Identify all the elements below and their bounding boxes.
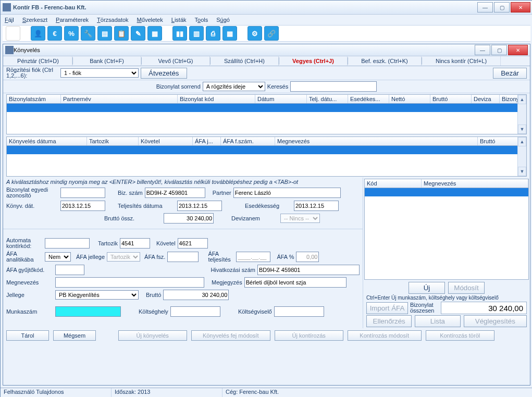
input-koltseghely[interactable] (170, 306, 220, 317)
close-button[interactable]: ✕ (511, 2, 530, 13)
megsem-button[interactable]: Mégsem (53, 330, 96, 341)
inner-minimize-button[interactable]: — (475, 45, 490, 55)
menu-sugo[interactable]: Súgó (216, 17, 230, 23)
menu-fajl[interactable]: Fájl (5, 17, 14, 23)
input-hiv[interactable] (257, 265, 360, 275)
sorrend-select[interactable]: A rögzítés ideje (203, 82, 265, 91)
col-kod[interactable]: Kód (365, 179, 422, 188)
tool-blank[interactable] (6, 26, 20, 41)
uj-button[interactable]: Új (409, 282, 445, 294)
calendar-icon[interactable]: ▥ (189, 26, 204, 41)
uj-konyveles-button[interactable]: Új könyvelés (118, 330, 187, 341)
input-koltsegviselo[interactable] (274, 306, 324, 317)
scroll-down-icon[interactable]: ▼ (518, 125, 526, 134)
input-esed[interactable] (294, 201, 339, 211)
uj-kontirozas-button[interactable]: Új kontírozás (275, 330, 343, 341)
col-kovetel[interactable]: Követel (139, 137, 193, 145)
tab-penztar[interactable]: Pénztár (Ctrl+D) (4, 56, 72, 66)
modosit-button[interactable]: Módosít (448, 282, 485, 294)
scroll-up-icon[interactable]: ▲ (518, 137, 526, 146)
atvezetes-button[interactable]: Átvezetés (141, 68, 187, 79)
col-netto[interactable]: Nettó (389, 95, 430, 103)
input-afa-gyujto[interactable] (55, 265, 84, 275)
input-afa-fsz[interactable] (167, 252, 199, 262)
select-jelleg[interactable]: PB Kiegyenlítés (55, 290, 139, 300)
grid1-selected-row[interactable] (7, 104, 526, 112)
voucher-grid[interactable]: Bizonylatszám Partnernév Bizonylat kód D… (6, 94, 527, 134)
tab-nincskontir[interactable]: Nincs kontír (Ctrl+L) (422, 56, 501, 66)
input-biz-egyedi[interactable] (60, 188, 105, 198)
col-deviza[interactable]: Deviza (472, 95, 500, 103)
bezar-button[interactable]: Bezár (493, 68, 527, 79)
booking-grid[interactable]: Könyvelés dátuma Tartozik Követel ÁFA j.… (6, 137, 527, 177)
tab-befeszk[interactable]: Bef. eszk. (Ctrl+K) (348, 56, 422, 66)
lookup-grid[interactable]: Kód Megnevezés (364, 179, 529, 280)
gear-icon[interactable]: ⚙ (248, 26, 262, 41)
menu-torzsadatok[interactable]: Törzsadatok (97, 17, 129, 23)
tab-vevo[interactable]: Vevő (Ctrl+G) (142, 56, 210, 66)
minimize-button[interactable]: — (477, 2, 493, 13)
col-afaj[interactable]: ÁFA j... (193, 137, 221, 145)
input-konyv-dat[interactable] (60, 201, 105, 211)
col-datum[interactable]: Dátum (255, 95, 307, 103)
menu-listak[interactable]: Listák (171, 17, 187, 23)
kontirozas-modosit-button[interactable]: Kontírozás módosít (348, 330, 422, 341)
input-autokontir[interactable] (45, 238, 90, 249)
grid1-scrollbar[interactable]: ▲ ▼ (517, 95, 526, 134)
menu-szerkeszt[interactable]: Szerkeszt (22, 17, 47, 23)
col-bizonylatkod[interactable]: Bizonylat kód (178, 95, 255, 103)
lista-button[interactable]: Lista (415, 315, 460, 327)
input-brutto[interactable] (164, 213, 214, 224)
fiok-select[interactable]: 1 - fiók (60, 68, 139, 78)
grid-icon[interactable]: ▦ (222, 26, 237, 41)
doc-icon[interactable]: ▤ (97, 26, 112, 41)
col-megnevezes[interactable]: Megnevezés (275, 137, 478, 145)
inner-maximize-button[interactable]: ▢ (491, 45, 507, 55)
clipboard-icon[interactable]: 📋 (114, 26, 129, 41)
input-biz-szam[interactable] (145, 188, 205, 198)
col-bizonylatszam[interactable]: Bizonylatszám (7, 95, 61, 103)
ellenorzes-button[interactable]: Ellenőrzés (366, 315, 412, 327)
bars-icon[interactable]: ▮▮ (172, 26, 187, 41)
link-icon[interactable]: 🔗 (264, 26, 279, 41)
tab-szallito[interactable]: Szállító (Ctrl+H) (211, 56, 279, 66)
input-megjegy[interactable] (244, 277, 347, 288)
input-telj[interactable] (177, 201, 222, 211)
menu-parameterek[interactable]: Paraméterek (56, 17, 89, 23)
import-afa-button[interactable]: Import ÁFA (366, 302, 408, 314)
lookup-selected-row[interactable] (365, 188, 528, 196)
col-tartozik[interactable]: Tartozik (87, 137, 139, 145)
kereses-input[interactable] (290, 81, 377, 92)
col-afafszam[interactable]: ÁFA f.szám. (221, 137, 275, 145)
scroll-up-icon[interactable]: ▲ (518, 95, 526, 104)
printer-icon[interactable]: ⎙ (206, 26, 220, 41)
inner-close-button[interactable]: ✕ (508, 45, 528, 55)
col-brutto[interactable]: Bruttó (430, 95, 472, 103)
tab-vegyes[interactable]: Vegyes (Ctrl+J) (279, 56, 348, 66)
input-partner[interactable] (233, 188, 341, 198)
input-tartozik[interactable] (120, 238, 150, 249)
konyveles-fej-modosit-button[interactable]: Könyvelés fej módosít (191, 330, 270, 341)
col-esedekes[interactable]: Esedékes... (348, 95, 389, 103)
maximize-button[interactable]: ▢ (494, 2, 510, 13)
wrench-icon[interactable]: 🔧 (81, 26, 95, 41)
kontirozas-torol-button[interactable]: Kontírozás töröl (426, 330, 494, 341)
veglegesites-button[interactable]: Véglegesítés (464, 315, 527, 327)
scroll-down-icon[interactable]: ▼ (518, 167, 526, 176)
euro-icon[interactable]: € (47, 26, 62, 41)
input-brutto2[interactable] (163, 290, 229, 300)
menu-tools[interactable]: Tools (195, 17, 208, 23)
user-icon[interactable]: 👤 (31, 26, 45, 41)
input-kovetel[interactable] (178, 238, 208, 249)
calc-icon[interactable]: ▦ (147, 26, 162, 41)
col-teljdatum[interactable]: Telj. dátu... (307, 95, 348, 103)
input-megnev[interactable] (55, 277, 204, 288)
menu-muveletek[interactable]: Műveletek (137, 17, 163, 23)
tarol-button[interactable]: Tárol (6, 330, 49, 341)
grid2-selected-row[interactable] (7, 146, 526, 154)
grid2-scrollbar[interactable]: ▲ ▼ (517, 137, 526, 176)
col-konyvdatum[interactable]: Könyvelés dátuma (7, 137, 87, 145)
col-partnernev[interactable]: Partnernév (61, 95, 178, 103)
percent-icon[interactable]: % (64, 26, 79, 41)
edit-icon[interactable]: ✎ (131, 26, 145, 41)
